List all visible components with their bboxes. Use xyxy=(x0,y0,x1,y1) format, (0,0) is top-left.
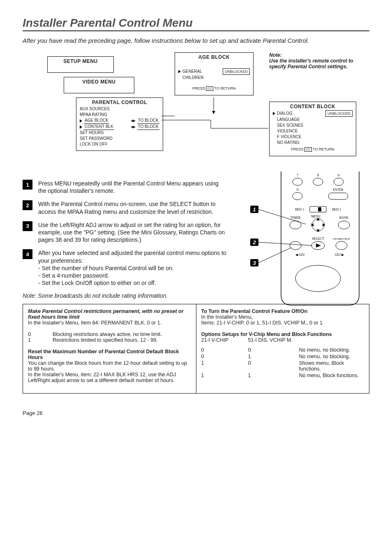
key-chpreview-label: CH PREVIEW xyxy=(333,237,350,241)
step-3: 3 Use the Left/Right ADJ arrow to adjust… xyxy=(23,221,228,244)
page-title: Installer Parental Control Menu xyxy=(23,16,369,31)
key-bed1-label: BED 1 xyxy=(295,208,304,211)
svg-marker-13 xyxy=(316,229,320,232)
pc-item-age: AGE BLOCK ◀▶ TO BLOCK xyxy=(76,118,163,124)
step-4: 4 After you have selected and adjusted t… xyxy=(23,249,228,287)
key-bank-label: BANK xyxy=(339,216,349,220)
info-left-column: Make Parental Control restrictions perma… xyxy=(23,304,196,393)
connector-line xyxy=(161,118,277,130)
key-9-label: 9 xyxy=(338,173,340,177)
svg-point-11 xyxy=(338,221,350,229)
ab-item-children: CHILDREN xyxy=(175,75,253,81)
info-right-column: To Turn the Parental Control Feature Off… xyxy=(196,304,369,393)
connector-line xyxy=(161,114,178,118)
right-triangle-icon xyxy=(80,119,82,123)
cc-icon: CC xyxy=(206,86,213,91)
content-block-title: CONTENT BLOCK xyxy=(270,102,356,110)
table-row: 0 1 No menu, no blocking. xyxy=(201,354,364,360)
svg-marker-14 xyxy=(311,223,314,227)
step-text-3: Use the Left/Right ADJ arrow to adjust o… xyxy=(38,221,228,244)
cb-item-norating: NO RATING xyxy=(270,140,356,146)
step-number-1: 1 xyxy=(23,180,32,190)
info-right-line1: In the Installer's Menu, xyxy=(201,314,364,320)
right-triangle-icon xyxy=(178,70,181,73)
info-left-opt1: 1 Restrictions limited to specified hour… xyxy=(28,337,191,343)
info-left-reset-text2: In the Installer's Menu, item: 22-I MAX … xyxy=(28,372,191,383)
remote-svg: 7 8 9 0 ENTER BED 1 BED 2 TIMER BANK MEN… xyxy=(246,171,369,307)
svg-line-22 xyxy=(258,242,312,246)
table-row: 0 0 No menu, no blocking. xyxy=(201,347,364,354)
svg-marker-15 xyxy=(323,223,325,227)
info-left-heading: Make Parental Control restrictions perma… xyxy=(28,308,191,320)
step-2: 2 With the Parental Control menu on-scre… xyxy=(23,200,228,215)
connector-arrow xyxy=(210,97,218,118)
table-row: 1 0 Shows menu, Block functions. xyxy=(201,360,364,373)
age-block-title: AGE BLOCK xyxy=(175,53,253,61)
svg-rect-9 xyxy=(318,207,321,211)
svg-point-18 xyxy=(336,241,347,250)
svg-point-20 xyxy=(295,265,341,292)
info-right-line2: Items: 21-I V-CHIP, 0 or 1, 51-I DIS. VC… xyxy=(201,320,364,326)
remote-callout-2: 2 xyxy=(250,239,258,246)
step-1: 1 Press MENU repeatedly until the Parent… xyxy=(23,180,228,195)
info-box: Make Parental Control restrictions perma… xyxy=(23,304,369,394)
menu-diagram: SETUP MENU VIDEO MENU PARENTAL CONTROL A… xyxy=(23,52,369,176)
step-number-3: 3 xyxy=(23,221,32,231)
info-left-line1: In the Installer's Menu, Item 84: PERMAN… xyxy=(28,320,191,326)
key-bed2-label: BED 2 xyxy=(332,208,341,211)
cc-icon: CC xyxy=(304,147,312,152)
ab-item-general: GENERAL UNBLOCKED xyxy=(175,68,253,75)
svg-point-19 xyxy=(290,241,301,250)
parental-control-title: PARENTAL CONTROL xyxy=(76,98,163,106)
key-enter-label: ENTER xyxy=(333,188,344,192)
cb-item-fviolence: F VIOLENCE xyxy=(270,134,356,140)
content-block-box: CONTENT BLOCK DIALOG UNBLOCKED LANGUAGE … xyxy=(269,102,356,156)
key-adj-left-label: ◀ ADJ xyxy=(295,253,304,257)
svg-point-4 xyxy=(313,178,323,185)
svg-point-6 xyxy=(293,192,302,200)
key-7-label: 7 xyxy=(297,173,299,177)
step-text-1: Press MENU repeatedly until the Parental… xyxy=(38,180,228,195)
svg-line-23 xyxy=(258,248,291,263)
cb-return-line: PRESS CC TO RETURN xyxy=(270,146,356,154)
note-text: Use the installer's remote control to sp… xyxy=(269,58,353,69)
cb-item-violence: VIOLENCE xyxy=(270,128,356,134)
setup-menu-title: SETUP MENU xyxy=(48,57,113,65)
key-0-label: 0 xyxy=(297,188,299,192)
table-header-row: 21-I V-CHIP 51-I DIS. VCHIP M. xyxy=(201,337,364,344)
intro-text: After you have read the preceding page, … xyxy=(23,37,369,44)
info-left-reset-text1: You can change the Block hours from the … xyxy=(28,360,191,372)
video-menu-box: VIDEO MENU xyxy=(64,77,134,93)
note-block: Note: Use the installer's remote control… xyxy=(269,52,364,69)
setup-menu-box: SETUP MENU xyxy=(47,56,114,73)
remote-callout-3: 3 xyxy=(250,259,258,266)
step-text-4: After you have selected and adjusted the… xyxy=(38,249,228,287)
cb-item-language: LANGUAGE xyxy=(270,117,356,123)
cb-item-dialog: DIALOG UNBLOCKED xyxy=(270,110,356,117)
cb-item-sex: SEX SCENES xyxy=(270,123,356,128)
svg-marker-2 xyxy=(212,111,215,114)
pc-item-mpaa: MPAA RATING xyxy=(76,112,163,118)
note-heading: Note: xyxy=(269,52,282,58)
pc-item-lock: LOCK ON OFF xyxy=(76,141,163,147)
pc-item-password: SET PASSWORD xyxy=(76,136,163,141)
info-right-heading: To Turn the Parental Control Feature Off… xyxy=(201,308,364,314)
svg-point-5 xyxy=(334,178,344,185)
step-number-4: 4 xyxy=(23,249,32,259)
age-block-box: AGE BLOCK GENERAL UNBLOCKED CHILDREN PRE… xyxy=(175,52,254,95)
key-adj-right-label: ADJ ▶ xyxy=(334,253,344,257)
parental-control-box: PARENTAL CONTROL AUX SOURCES MPAA RATING… xyxy=(76,97,163,151)
remote-illustration: 7 8 9 0 ENTER BED 1 BED 2 TIMER BANK MEN… xyxy=(246,171,369,307)
page-number: Page 26 xyxy=(23,410,369,416)
step-text-2: With the Parental Control menu on-screen… xyxy=(38,200,228,215)
table-row: 1 1 No menu, Block functions. xyxy=(201,373,364,379)
options-table: 21-I V-CHIP 51-I DIS. VCHIP M. 0 0 No me… xyxy=(201,337,364,379)
right-triangle-icon xyxy=(80,125,82,129)
ab-return-line: PRESS CC TO RETURN xyxy=(175,85,253,93)
pc-item-aux: AUX SOURCES xyxy=(76,106,163,112)
svg-rect-7 xyxy=(328,193,348,199)
key-8-label: 8 xyxy=(317,173,319,177)
key-menu-label: MENU xyxy=(311,215,321,218)
info-right-options-heading: Options Setups for V-Chip Menu and Block… xyxy=(201,331,364,337)
key-select-label: SELECT xyxy=(312,237,324,241)
